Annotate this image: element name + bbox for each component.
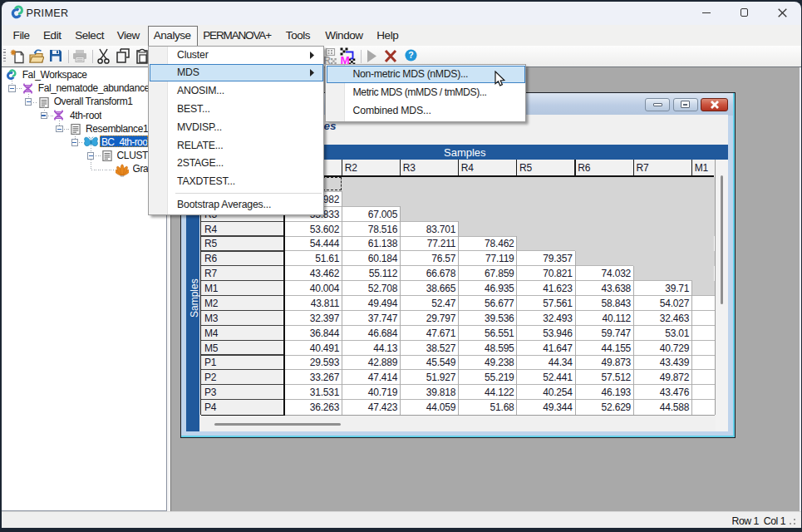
svg-text:M: M [341,54,350,66]
svg-text:?: ? [408,50,413,60]
